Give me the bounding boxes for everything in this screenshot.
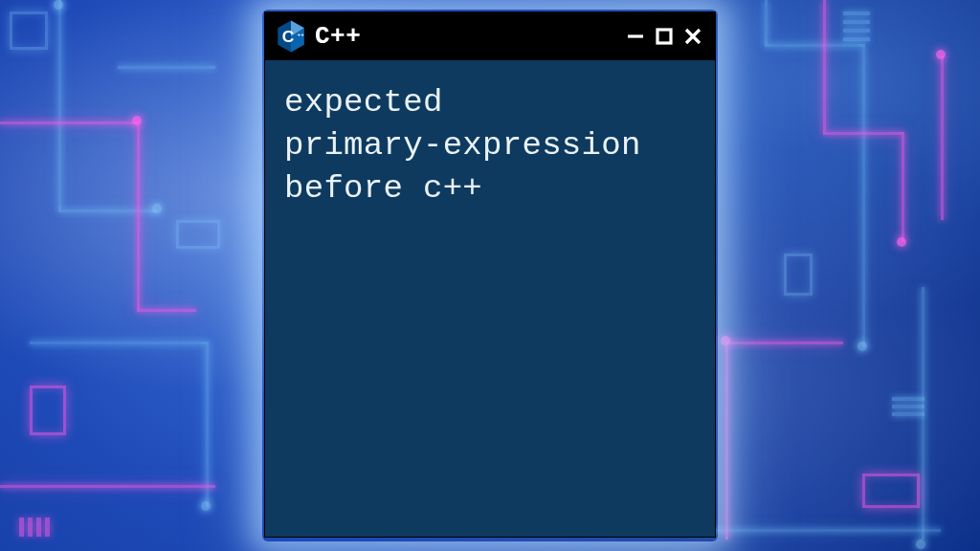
maximize-button[interactable] — [654, 26, 675, 47]
close-button[interactable] — [682, 26, 703, 47]
minimize-button[interactable] — [625, 26, 646, 47]
svg-text:+: + — [301, 32, 304, 37]
svg-text:C: C — [282, 27, 294, 46]
terminal-window: C + + C++ expected primary-expression be… — [264, 11, 716, 538]
output-line-1: expected — [284, 84, 443, 121]
svg-rect-7 — [657, 30, 671, 43]
terminal-body: expected primary-expression before c++ — [265, 60, 715, 537]
window-controls — [625, 26, 703, 47]
output-line-3: before c++ — [284, 170, 482, 207]
output-line-2: primary-expression — [284, 127, 641, 164]
cpp-logo-icon: C + + — [277, 20, 305, 53]
window-title: C++ — [315, 22, 361, 51]
titlebar[interactable]: C + + C++ — [265, 12, 715, 60]
